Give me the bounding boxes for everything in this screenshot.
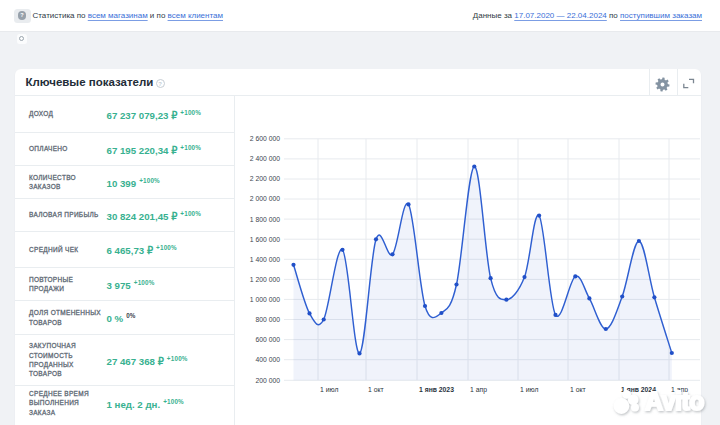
svg-text:2 400 000: 2 400 000	[250, 155, 280, 162]
svg-text:1 апр: 1 апр	[470, 386, 487, 394]
svg-text:1 800 000: 1 800 000	[250, 216, 280, 223]
svg-text:600 000: 600 000	[255, 336, 280, 343]
svg-text:1 июл: 1 июл	[520, 386, 538, 393]
svg-text:1 окт: 1 окт	[368, 386, 384, 393]
svg-text:2 200 000: 2 200 000	[250, 175, 280, 182]
svg-text:1 600 000: 1 600 000	[250, 236, 280, 243]
svg-text:200 000: 200 000	[255, 377, 280, 384]
svg-text:400 000: 400 000	[255, 356, 280, 363]
svg-text:Avito: Avito	[645, 387, 704, 415]
svg-text:2 600 000: 2 600 000	[250, 135, 280, 142]
svg-text:2 000 000: 2 000 000	[250, 195, 280, 202]
svg-text:1 янв 2023: 1 янв 2023	[419, 386, 454, 393]
svg-text:800 000: 800 000	[255, 316, 280, 323]
svg-text:1 июл: 1 июл	[320, 386, 338, 393]
svg-text:1 200 000: 1 200 000	[250, 276, 280, 283]
svg-text:1 окт: 1 окт	[570, 386, 586, 393]
svg-text:1 400 000: 1 400 000	[250, 256, 280, 263]
svg-text:1 000 000: 1 000 000	[250, 296, 280, 303]
